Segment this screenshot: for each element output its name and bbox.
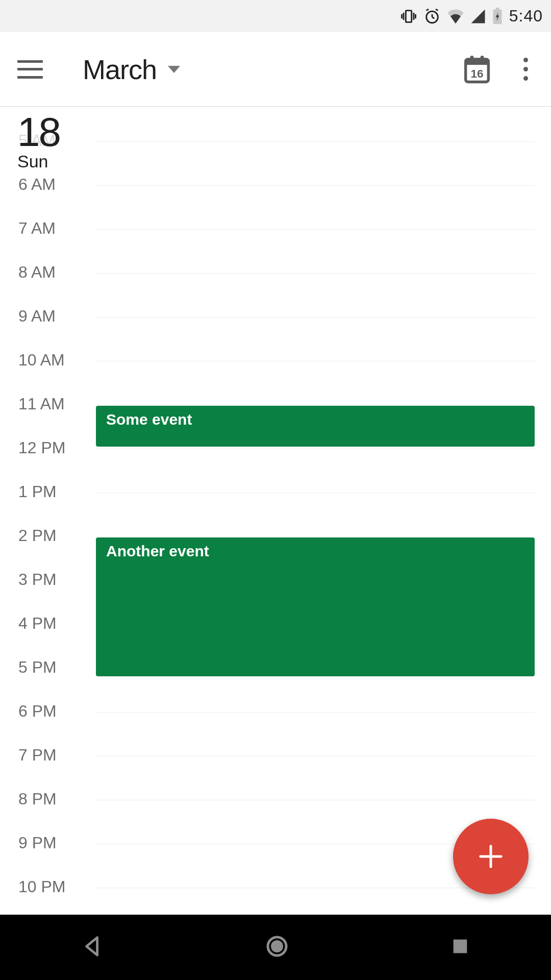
hour-row: 10 PM — [0, 888, 551, 915]
hour-divider — [96, 888, 535, 888]
hour-label: 10 PM — [18, 877, 65, 896]
vibrate-icon — [400, 8, 417, 25]
svg-text:16: 16 — [471, 67, 484, 80]
hour-row: 10 AM — [0, 361, 551, 405]
cell-signal-icon — [470, 9, 486, 24]
month-picker-button[interactable]: March — [83, 54, 180, 85]
calendar-event[interactable]: Another event — [96, 537, 535, 676]
svg-rect-0 — [406, 10, 411, 22]
svg-rect-14 — [470, 56, 474, 61]
hour-label: 8 AM — [18, 263, 56, 282]
hour-label: 6 PM — [18, 702, 57, 721]
nav-back-button[interactable] — [81, 935, 104, 960]
svg-rect-15 — [481, 56, 484, 61]
hour-row: 5 AM — [0, 141, 551, 185]
hour-label: 3 PM — [18, 570, 57, 589]
hour-label: 12 PM — [18, 438, 65, 457]
alarm-icon — [423, 8, 441, 25]
chevron-down-icon — [168, 66, 180, 73]
hour-divider — [96, 141, 535, 142]
svg-line-7 — [432, 17, 434, 18]
hour-label: 1 PM — [18, 482, 57, 501]
hour-label: 10 AM — [18, 351, 65, 370]
hour-divider — [96, 800, 535, 800]
hour-row: 7 AM — [0, 229, 551, 273]
battery-charging-icon — [492, 8, 503, 25]
hour-divider — [96, 712, 535, 713]
hour-label: 9 PM — [18, 834, 57, 852]
add-event-fab[interactable] — [453, 819, 529, 894]
hour-divider — [96, 273, 535, 274]
nav-recent-button[interactable] — [450, 936, 470, 959]
svg-rect-13 — [466, 59, 489, 64]
svg-rect-21 — [454, 940, 467, 953]
svg-rect-11 — [495, 8, 499, 10]
hour-divider — [96, 756, 535, 756]
hour-label: 7 PM — [18, 746, 57, 765]
svg-point-20 — [271, 940, 283, 952]
hour-divider — [96, 229, 535, 230]
hour-label: 5 PM — [18, 658, 57, 677]
overflow-menu-button[interactable] — [515, 54, 536, 85]
android-nav-bar — [0, 915, 551, 980]
calendar-event[interactable]: Some event — [96, 406, 535, 447]
date-number: 18 — [17, 112, 60, 153]
hour-divider — [96, 361, 535, 361]
hour-label: 4 PM — [18, 614, 57, 633]
hour-row: 9 AM — [0, 317, 551, 361]
hour-divider — [96, 493, 535, 493]
hour-row: 8 AM — [0, 273, 551, 317]
hour-divider — [96, 185, 535, 186]
hour-label: 9 AM — [18, 307, 56, 326]
day-view[interactable]: 18 Sun 5 AM6 AM7 AM8 AM9 AM10 AM11 AM12 … — [0, 107, 551, 915]
hour-label: 8 PM — [18, 790, 57, 808]
hour-divider — [96, 536, 535, 537]
status-clock: 5:40 — [509, 7, 543, 26]
event-title: Another event — [106, 543, 524, 560]
hour-row: 12 PM — [0, 449, 551, 493]
menu-button[interactable] — [17, 60, 43, 79]
app-bar: March 16 — [0, 32, 551, 107]
hour-label: 7 AM — [18, 219, 56, 238]
date-header: 18 Sun — [17, 112, 60, 172]
hour-divider — [96, 317, 535, 317]
hour-row: 7 PM — [0, 756, 551, 800]
hour-row: 1 PM — [0, 493, 551, 536]
nav-home-button[interactable] — [265, 934, 289, 961]
hour-divider — [96, 405, 535, 405]
event-title: Some event — [106, 411, 524, 428]
today-button[interactable]: 16 — [463, 55, 491, 84]
hour-label: 6 AM — [18, 175, 56, 194]
hour-divider — [96, 449, 535, 449]
svg-line-8 — [426, 9, 428, 10]
svg-line-9 — [436, 9, 438, 10]
hour-label: 11 AM — [18, 395, 65, 413]
hour-label: 2 PM — [18, 526, 57, 545]
hour-row: 6 PM — [0, 712, 551, 756]
month-label: March — [83, 54, 157, 85]
wifi-icon — [447, 9, 464, 24]
plus-icon — [477, 843, 505, 870]
hour-row: 6 AM — [0, 185, 551, 229]
status-bar: 5:40 — [0, 0, 551, 32]
